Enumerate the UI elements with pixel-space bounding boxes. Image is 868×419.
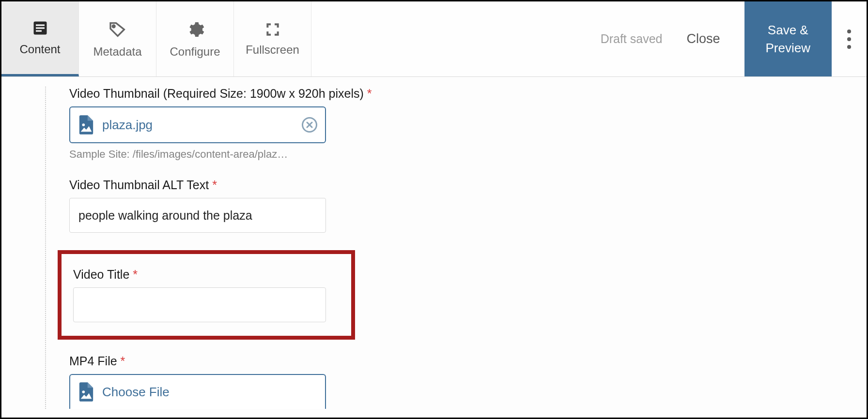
field-video-thumbnail: Video Thumbnail (Required Size: 1900w x … — [69, 87, 867, 161]
tab-content-label: Content — [19, 43, 60, 56]
svg-point-4 — [112, 25, 115, 27]
field-alt-text: Video Thumbnail ALT Text * — [69, 178, 867, 233]
toolbar-tabs: Content Metadata Configure Fullscreen — [1, 1, 311, 76]
image-file-icon — [78, 115, 94, 135]
tab-fullscreen[interactable]: Fullscreen — [234, 1, 311, 76]
svg-point-5 — [82, 123, 85, 126]
gear-icon — [186, 20, 205, 39]
field-mp4-file: MP4 File * Choose File — [69, 354, 867, 409]
required-star: * — [121, 354, 125, 368]
clear-thumbnail-button[interactable] — [302, 117, 317, 133]
alt-text-input[interactable] — [69, 198, 326, 233]
close-button[interactable]: Close — [686, 31, 720, 46]
mp4-file-label: MP4 File * — [69, 354, 867, 368]
save-preview-line2: Preview — [766, 39, 810, 57]
video-thumbnail-label: Video Thumbnail (Required Size: 1900w x … — [69, 87, 867, 101]
image-file-icon — [78, 382, 94, 402]
tab-configure[interactable]: Configure — [156, 1, 234, 76]
toolbar: Content Metadata Configure Fullscreen Dr… — [1, 1, 867, 77]
svg-point-6 — [82, 390, 85, 393]
tab-configure-label: Configure — [170, 45, 220, 59]
alt-text-label: Video Thumbnail ALT Text * — [69, 178, 867, 192]
svg-rect-1 — [36, 25, 45, 26]
tab-metadata[interactable]: Metadata — [79, 1, 156, 76]
svg-rect-3 — [36, 30, 42, 32]
fullscreen-icon — [265, 22, 280, 37]
tab-fullscreen-label: Fullscreen — [246, 43, 299, 57]
draft-status: Draft saved — [601, 32, 663, 46]
tab-metadata-label: Metadata — [93, 45, 141, 59]
thumbnail-path-hint: Sample Site: /files/images/content-area/… — [69, 148, 867, 161]
save-preview-button[interactable]: Save & Preview — [744, 1, 832, 76]
tag-icon — [108, 20, 127, 39]
svg-rect-2 — [36, 28, 45, 29]
required-star: * — [133, 268, 138, 281]
required-star: * — [212, 178, 217, 192]
kebab-icon — [847, 30, 851, 49]
content-icon — [31, 19, 49, 37]
form: Video Thumbnail (Required Size: 1900w x … — [40, 87, 867, 409]
tab-content[interactable]: Content — [1, 1, 79, 76]
required-star: * — [367, 87, 372, 100]
content-area: Video Thumbnail (Required Size: 1900w x … — [1, 77, 867, 418]
video-title-label: Video Title * — [73, 268, 343, 282]
save-preview-line1: Save & — [768, 21, 808, 39]
video-title-input[interactable] — [73, 287, 326, 322]
video-thumbnail-file-input[interactable]: plaza.jpg — [69, 106, 326, 143]
more-actions-button[interactable] — [832, 30, 867, 49]
choose-file-label: Choose File — [102, 385, 170, 400]
tree-line — [45, 87, 46, 409]
mp4-choose-file-button[interactable]: Choose File — [69, 374, 326, 409]
field-video-title-highlighted: Video Title * — [58, 250, 355, 340]
thumbnail-filename: plaza.jpg — [102, 118, 302, 133]
toolbar-actions: Draft saved Close Save & Preview — [601, 1, 867, 76]
